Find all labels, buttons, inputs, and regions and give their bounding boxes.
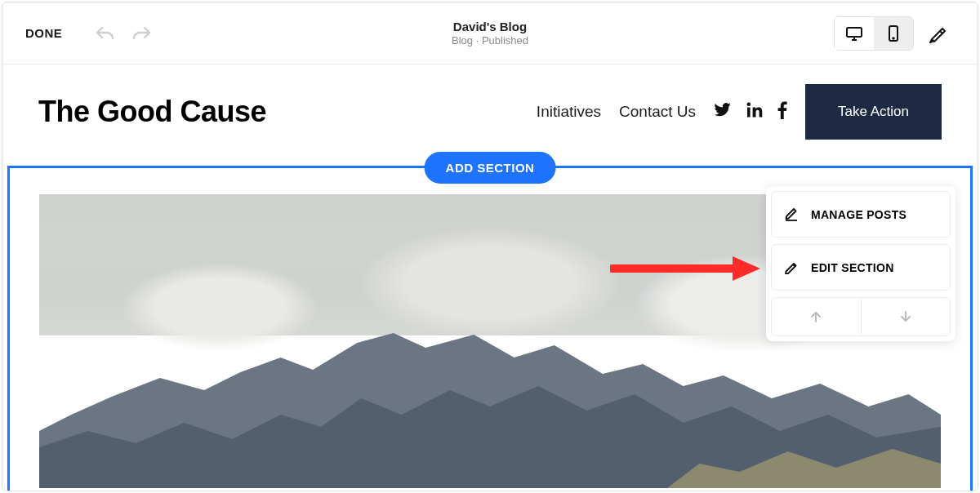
page-title: David's Blog: [452, 20, 528, 33]
annotation-arrow-icon: [610, 255, 760, 282]
manage-posts-label: MANAGE POSTS: [811, 208, 906, 221]
nav-link-contact[interactable]: Contact Us: [619, 103, 696, 121]
svg-rect-3: [747, 108, 751, 118]
facebook-icon[interactable]: [777, 101, 787, 122]
device-toggle: [834, 16, 914, 51]
page-status: Blog · Published: [452, 34, 528, 47]
selected-section[interactable]: ADD SECTION MANAGE POSTS EDIT SECTION: [7, 166, 973, 491]
nav-link-initiatives[interactable]: Initiatives: [537, 103, 601, 121]
pen-underline-icon: [783, 205, 800, 224]
mobile-view-button[interactable]: [874, 17, 913, 50]
done-button[interactable]: DONE: [25, 26, 62, 40]
cta-button[interactable]: Take Action: [805, 84, 942, 140]
edit-section-label: EDIT SECTION: [811, 261, 894, 274]
site-header: The Good Cause Initiatives Contact Us Ta…: [2, 64, 978, 166]
editor-topbar: DONE David's Blog Blog · Published: [2, 2, 978, 64]
page-title-block: David's Blog Blog · Published: [452, 20, 528, 47]
manage-posts-button[interactable]: MANAGE POSTS: [771, 191, 951, 238]
desktop-view-button[interactable]: [835, 17, 874, 50]
redo-icon[interactable]: [131, 24, 152, 42]
pencil-icon: [783, 258, 800, 277]
site-title[interactable]: The Good Cause: [38, 95, 266, 129]
move-down-button[interactable]: [862, 298, 951, 335]
svg-point-4: [747, 103, 751, 107]
linkedin-icon[interactable]: [746, 102, 763, 122]
edit-section-button[interactable]: EDIT SECTION: [771, 244, 951, 291]
svg-marker-6: [733, 256, 760, 281]
section-controls: MANAGE POSTS EDIT SECTION: [766, 186, 956, 341]
add-section-button[interactable]: ADD SECTION: [425, 152, 556, 184]
svg-rect-0: [847, 28, 862, 37]
svg-point-2: [893, 38, 894, 39]
twitter-icon[interactable]: [714, 103, 732, 121]
theme-brush-icon[interactable]: [922, 17, 955, 50]
undo-icon[interactable]: [95, 24, 116, 42]
move-up-button[interactable]: [772, 298, 862, 335]
